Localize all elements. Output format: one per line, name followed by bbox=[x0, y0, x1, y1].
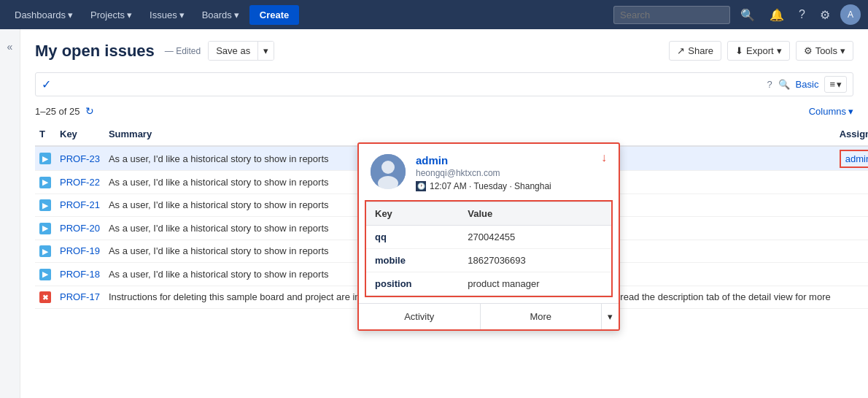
main-content: « My open issues — Edited Save as ▾ ↗ Sh… bbox=[0, 29, 868, 398]
popup-row-key: qq bbox=[366, 226, 459, 249]
cell-key[interactable]: PROF-18 bbox=[55, 263, 104, 286]
assignee-link[interactable]: admin bbox=[840, 150, 868, 168]
cell-key[interactable]: PROF-19 bbox=[55, 240, 104, 263]
cell-assignee[interactable] bbox=[835, 194, 868, 217]
nav-dashboards[interactable]: Dashboards ▾ bbox=[7, 5, 80, 25]
popup-data-table: Key Value qq 270042455 mobile 1862703669… bbox=[366, 202, 611, 296]
more-button[interactable]: More bbox=[481, 304, 602, 329]
basic-button[interactable]: Basic bbox=[796, 79, 819, 90]
chevron-down-icon: ▾ bbox=[848, 106, 853, 117]
chevron-down-icon: ▾ bbox=[127, 9, 132, 20]
issue-key-link[interactable]: PROF-21 bbox=[60, 199, 100, 210]
filter-bar: ✓ ? 🔍 Basic ≡ ▾ bbox=[35, 72, 853, 96]
search-input[interactable] bbox=[613, 6, 730, 24]
story-icon: ▶ bbox=[39, 269, 51, 280]
cell-assignee[interactable]: admin bbox=[835, 146, 868, 171]
popup-col-value: Value bbox=[459, 202, 611, 226]
cell-key[interactable]: PROF-17 bbox=[55, 286, 104, 309]
filter-controls: ? 🔍 Basic ≡ ▾ bbox=[767, 76, 847, 93]
chevron-down-icon: ▾ bbox=[837, 79, 842, 90]
share-button[interactable]: ↗ Share bbox=[669, 41, 721, 61]
cell-assignee[interactable] bbox=[835, 286, 868, 309]
chevron-down-icon: ▾ bbox=[234, 9, 239, 20]
search-icon[interactable]: 🔍 bbox=[736, 5, 759, 25]
issue-summary: As a user, I'd like a historical story t… bbox=[109, 269, 329, 280]
story-icon: ▶ bbox=[39, 199, 51, 211]
saveas-button[interactable]: Save as ▾ bbox=[208, 41, 274, 61]
popup-data-table-container: Key Value qq 270042455 mobile 1862703669… bbox=[365, 200, 613, 297]
popup-user-email: heongqi@hktxcn.com bbox=[416, 168, 591, 178]
bug-icon: ✖ bbox=[39, 291, 51, 303]
top-navigation: Dashboards ▾ Projects ▾ Issues ▾ Boards … bbox=[0, 0, 868, 29]
issue-summary: As a user, I'd like a historical story t… bbox=[109, 153, 329, 164]
col-key[interactable]: Key bbox=[55, 123, 104, 146]
list-view-icon: ≡ bbox=[829, 79, 835, 90]
popup-user-time: 🕐 12:07 AM · Tuesday · Shanghai bbox=[416, 181, 591, 191]
help-icon[interactable]: ? bbox=[794, 5, 810, 24]
chevron-down-icon: ▾ bbox=[840, 45, 845, 56]
arrow-down-icon: ↓ bbox=[601, 151, 607, 164]
cell-type: ▶ bbox=[35, 217, 55, 240]
more-dropdown-arrow[interactable]: ▾ bbox=[601, 304, 619, 329]
cell-type: ▶ bbox=[35, 240, 55, 263]
user-avatar[interactable]: A bbox=[840, 4, 861, 25]
nav-projects[interactable]: Projects ▾ bbox=[83, 5, 139, 25]
popup-user-info: admin heongqi@hktxcn.com 🕐 12:07 AM · Tu… bbox=[416, 154, 591, 191]
refresh-icon[interactable]: ↻ bbox=[85, 105, 94, 117]
issue-summary: As a user, I'd like a historical story t… bbox=[109, 199, 329, 210]
saveas-label[interactable]: Save as bbox=[209, 42, 258, 60]
col-assignee[interactable]: Assignee bbox=[835, 123, 868, 146]
popup-col-key: Key bbox=[366, 202, 459, 226]
issue-key-link[interactable]: PROF-17 bbox=[60, 291, 100, 302]
story-icon: ▶ bbox=[39, 245, 51, 257]
columns-button[interactable]: Columns ▾ bbox=[809, 106, 853, 117]
create-button[interactable]: Create bbox=[249, 5, 299, 25]
sidebar-toggle[interactable]: « bbox=[0, 29, 20, 398]
cell-type: ▶ bbox=[35, 171, 55, 194]
nav-boards[interactable]: Boards ▾ bbox=[195, 5, 247, 25]
popup-row-value: product manager bbox=[459, 272, 611, 296]
cell-assignee[interactable] bbox=[835, 217, 868, 240]
cell-key[interactable]: PROF-20 bbox=[55, 217, 104, 240]
saveas-dropdown-arrow[interactable]: ▾ bbox=[258, 42, 274, 60]
page-header: My open issues — Edited Save as ▾ ↗ Shar… bbox=[35, 41, 853, 61]
nav-issues[interactable]: Issues ▾ bbox=[142, 5, 192, 25]
issue-key-link[interactable]: PROF-19 bbox=[60, 245, 100, 256]
chevron-down-icon: ▾ bbox=[179, 9, 185, 20]
issue-summary: As a user, I'd like a historical story t… bbox=[109, 245, 329, 256]
export-button[interactable]: ⬇ Export ▾ bbox=[727, 41, 790, 61]
collapse-icon: « bbox=[7, 41, 13, 53]
activity-button[interactable]: Activity bbox=[359, 304, 481, 329]
popup-user-name: admin bbox=[416, 154, 591, 167]
cell-assignee[interactable] bbox=[835, 171, 868, 194]
share-icon: ↗ bbox=[677, 45, 685, 56]
issue-key-link[interactable]: PROF-18 bbox=[60, 269, 100, 280]
issue-summary: As a user, I'd like a historical story t… bbox=[109, 223, 329, 234]
popup-data-row: qq 270042455 bbox=[366, 226, 611, 249]
cell-assignee[interactable] bbox=[835, 240, 868, 263]
cell-type: ▶ bbox=[35, 263, 55, 286]
page-title: My open issues bbox=[35, 42, 155, 61]
cell-assignee[interactable] bbox=[835, 263, 868, 286]
svg-point-1 bbox=[381, 161, 395, 174]
issue-key-link[interactable]: PROF-23 bbox=[60, 153, 100, 164]
search-filter-icon[interactable]: 🔍 bbox=[778, 79, 790, 90]
popup-footer: Activity More ▾ bbox=[359, 303, 619, 329]
cell-key[interactable]: PROF-21 bbox=[55, 194, 104, 217]
tools-button[interactable]: ⚙ Tools ▾ bbox=[796, 41, 853, 61]
issue-key-link[interactable]: PROF-20 bbox=[60, 223, 100, 234]
popup-data-row: position product manager bbox=[366, 272, 611, 296]
popup-row-value: 18627036693 bbox=[459, 249, 611, 272]
filter-input[interactable] bbox=[57, 79, 761, 90]
notifications-icon[interactable]: 🔔 bbox=[765, 5, 788, 25]
view-options-button[interactable]: ≡ ▾ bbox=[824, 76, 847, 93]
settings-icon[interactable]: ⚙ bbox=[815, 5, 834, 25]
tools-icon: ⚙ bbox=[804, 45, 813, 56]
cell-key[interactable]: PROF-22 bbox=[55, 171, 104, 194]
cell-type: ▶ bbox=[35, 146, 55, 171]
cell-key[interactable]: PROF-23 bbox=[55, 146, 104, 171]
filter-help-icon[interactable]: ? bbox=[767, 79, 772, 90]
story-icon: ▶ bbox=[39, 223, 51, 234]
issue-key-link[interactable]: PROF-22 bbox=[60, 177, 100, 188]
chevron-down-icon: ▾ bbox=[68, 9, 73, 20]
